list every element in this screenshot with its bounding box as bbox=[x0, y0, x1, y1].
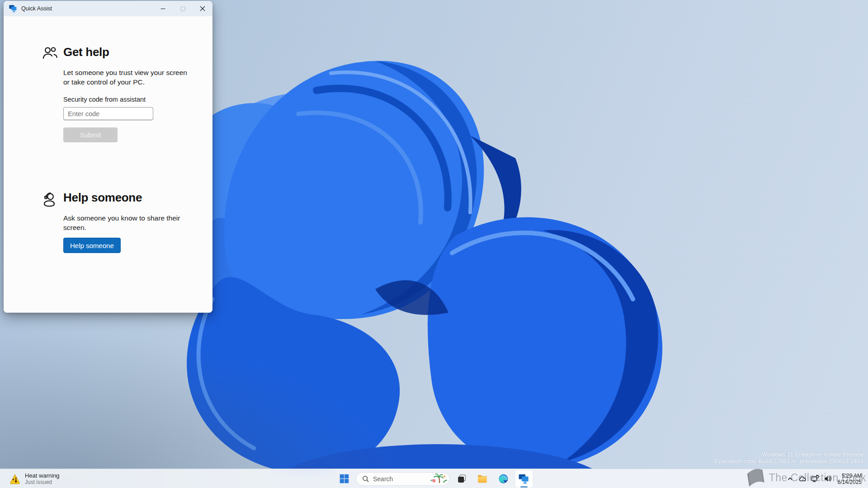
submit-button[interactable]: Submit bbox=[63, 127, 118, 142]
network-icon bbox=[811, 475, 819, 483]
clock-time: 5:29 AM bbox=[838, 473, 862, 479]
get-help-description-line1: Let someone you trust view your screen bbox=[63, 69, 187, 76]
start-button[interactable] bbox=[335, 470, 353, 488]
maximize-button[interactable] bbox=[173, 1, 193, 16]
quick-assist-app-icon bbox=[9, 5, 18, 13]
quick-assist-icon bbox=[518, 474, 530, 484]
onedrive-cloud-icon bbox=[798, 475, 807, 482]
help-someone-description-line1: Ask someone you know to share their bbox=[63, 214, 180, 222]
title-bar[interactable]: Quick Assist bbox=[4, 1, 212, 16]
system-tray: 5:29 AM 6/14/2025 bbox=[784, 469, 868, 488]
file-explorer-button[interactable] bbox=[473, 470, 491, 488]
edge-icon bbox=[498, 473, 509, 484]
security-code-label: Security code from assistant bbox=[63, 96, 146, 103]
close-button[interactable] bbox=[193, 1, 212, 16]
window-body: Get help Let someone you trust view your… bbox=[4, 16, 212, 313]
weather-subtitle: Just issued bbox=[25, 479, 60, 485]
get-help-description: Let someone you trust view your screen o… bbox=[63, 68, 187, 87]
window-title: Quick Assist bbox=[21, 5, 52, 12]
help-someone-heading: Help someone bbox=[63, 191, 142, 205]
tray-chevron-button[interactable] bbox=[784, 472, 796, 486]
windows-logo-icon bbox=[339, 473, 350, 484]
help-someone-button[interactable]: Help someone bbox=[63, 238, 121, 253]
heat-warning-icon bbox=[9, 474, 21, 484]
taskbar-search-box[interactable] bbox=[356, 472, 450, 486]
taskbar-clock[interactable]: 5:29 AM 6/14/2025 bbox=[834, 473, 868, 485]
task-view-icon bbox=[457, 474, 467, 484]
onedrive-tray-button[interactable] bbox=[796, 472, 809, 486]
get-help-heading: Get help bbox=[63, 45, 109, 59]
clock-date: 6/14/2025 bbox=[838, 479, 862, 485]
taskbar-center bbox=[335, 469, 533, 488]
weather-text: Heat warning Just issued bbox=[25, 472, 60, 485]
volume-tray-button[interactable] bbox=[821, 472, 834, 486]
taskbar: Heat warning Just issued bbox=[0, 469, 868, 488]
quick-assist-taskbar-button[interactable] bbox=[515, 470, 533, 488]
help-someone-description: Ask someone you know to share their scre… bbox=[63, 213, 180, 232]
edge-browser-button[interactable] bbox=[494, 470, 512, 488]
book-icon bbox=[742, 466, 769, 488]
desktop: Windows 11 Enterprise Insider Preview Ev… bbox=[0, 0, 868, 488]
watermark-edition-line: Windows 11 Enterprise Insider Preview bbox=[714, 451, 863, 458]
get-help-description-line2: or take control of your PC. bbox=[63, 78, 145, 86]
minimize-button[interactable] bbox=[153, 1, 173, 16]
chevron-up-icon bbox=[787, 475, 793, 482]
watermark-build-line: Evaluation copy. Build 27881.rs_prerelea… bbox=[714, 458, 863, 465]
quick-assist-window: Quick Assist Get help bbox=[4, 1, 212, 313]
task-view-button[interactable] bbox=[453, 470, 471, 488]
support-person-icon bbox=[42, 192, 58, 208]
search-icon bbox=[362, 475, 369, 483]
search-highlight-icon bbox=[430, 473, 448, 485]
weather-title: Heat warning bbox=[25, 472, 60, 479]
security-code-input[interactable] bbox=[63, 107, 153, 120]
search-input[interactable] bbox=[373, 475, 427, 483]
widgets-weather-button[interactable]: Heat warning Just issued bbox=[5, 469, 64, 488]
evaluation-watermark: Windows 11 Enterprise Insider Preview Ev… bbox=[714, 451, 863, 465]
file-explorer-icon bbox=[476, 473, 488, 485]
window-controls bbox=[153, 1, 212, 16]
network-tray-button[interactable] bbox=[809, 472, 821, 486]
volume-icon bbox=[824, 475, 832, 482]
help-someone-description-line2: screen. bbox=[63, 224, 86, 231]
people-icon bbox=[42, 45, 58, 61]
